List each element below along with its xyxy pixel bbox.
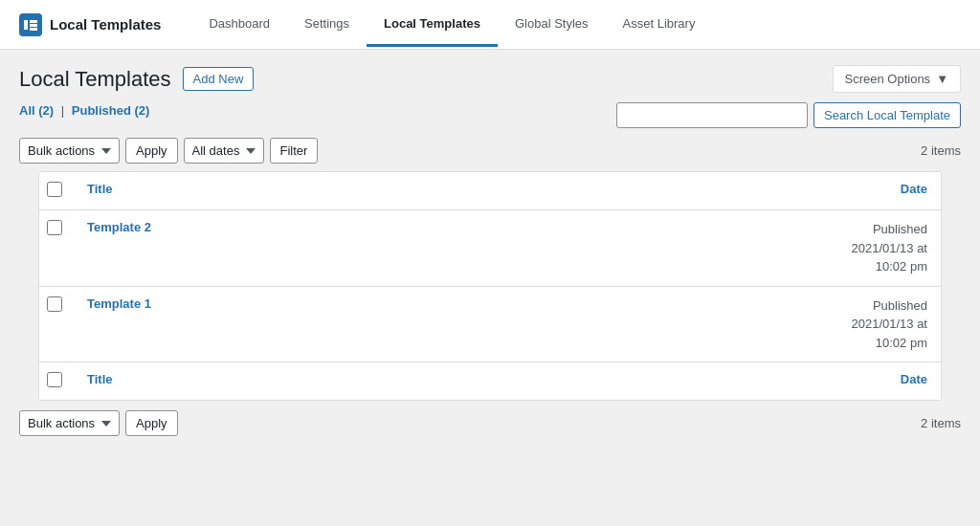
templates-table: Title Date Template 2 Published bbox=[38, 171, 942, 401]
items-count-top: 2 items bbox=[921, 143, 961, 158]
table-foot: Title Date bbox=[39, 362, 941, 401]
screen-options-button[interactable]: Screen Options ▼ bbox=[833, 65, 961, 93]
filter-separator: | bbox=[61, 103, 64, 118]
add-new-button[interactable]: Add New bbox=[183, 67, 255, 91]
search-local-template-button[interactable]: Search Local Template bbox=[813, 102, 961, 128]
page-title: Local Templates bbox=[19, 67, 171, 92]
filter-button[interactable]: Filter bbox=[270, 138, 319, 164]
row-1-date-cell: Published 2021/01/13 at 10:02 pm bbox=[788, 210, 941, 287]
select-all-checkbox[interactable] bbox=[47, 182, 62, 197]
bulk-actions-select-top[interactable]: Bulk actions bbox=[19, 138, 120, 164]
footer-select-all-checkbox[interactable] bbox=[47, 372, 62, 387]
screen-options-chevron-icon: ▼ bbox=[936, 72, 948, 86]
apply-button-bottom[interactable]: Apply bbox=[125, 410, 178, 436]
table-footer-row: Title Date bbox=[39, 362, 941, 401]
table-row: Template 1 Published 2021/01/13 at 10:02… bbox=[39, 286, 941, 362]
brand-name: Local Templates bbox=[50, 16, 161, 33]
data-table: Title Date Template 2 Published bbox=[39, 172, 941, 400]
top-navigation: Local Templates Dashboard Settings Local… bbox=[0, 0, 980, 50]
table-wrapper: Title Date Template 2 Published bbox=[0, 164, 980, 401]
template-2-link[interactable]: Template 2 bbox=[87, 220, 151, 234]
table-row: Template 2 Published 2021/01/13 at 10:02… bbox=[39, 210, 941, 287]
nav-item-asset-library[interactable]: Asset Library bbox=[606, 3, 713, 47]
filter-all-link[interactable]: All (2) bbox=[19, 103, 57, 118]
row-1-checkbox[interactable] bbox=[47, 220, 62, 235]
brand-logo: Local Templates bbox=[19, 13, 161, 36]
row-2-checkbox[interactable] bbox=[47, 296, 62, 312]
row-2-date-cell: Published 2021/01/13 at 10:02 pm bbox=[788, 286, 941, 362]
nav-item-global-styles[interactable]: Global Styles bbox=[498, 3, 606, 47]
filter-links-row: All (2) | Published (2) Search Local Tem… bbox=[19, 102, 961, 128]
nav-item-local-templates[interactable]: Local Templates bbox=[367, 3, 498, 47]
title-column-header[interactable]: Title bbox=[74, 172, 788, 210]
nav-item-settings[interactable]: Settings bbox=[287, 3, 367, 47]
dates-filter-select[interactable]: All dates bbox=[184, 138, 264, 164]
table-header-row: Title Date bbox=[39, 172, 941, 210]
screen-options-label: Screen Options bbox=[845, 72, 931, 86]
bulk-actions-select-bottom[interactable]: Bulk actions bbox=[19, 410, 120, 436]
footer-title-col[interactable]: Title bbox=[74, 362, 788, 401]
bottom-toolbar: Bulk actions Apply 2 items bbox=[0, 401, 980, 446]
nav-item-dashboard[interactable]: Dashboard bbox=[191, 3, 287, 47]
row-2-checkbox-cell bbox=[39, 286, 74, 362]
footer-date-col[interactable]: Date bbox=[788, 362, 941, 401]
row-1-checkbox-cell bbox=[39, 210, 74, 287]
apply-button-top[interactable]: Apply bbox=[125, 138, 178, 164]
date-column-header[interactable]: Date bbox=[788, 172, 941, 210]
page-title-area: Local Templates Add New bbox=[19, 67, 254, 92]
main-nav: Dashboard Settings Local Templates Globa… bbox=[191, 3, 961, 47]
filter-controls-row: Bulk actions Apply All dates Filter 2 it… bbox=[19, 138, 961, 164]
filter-published-link[interactable]: Published (2) bbox=[72, 103, 150, 118]
search-input[interactable] bbox=[616, 102, 808, 128]
row-2-title-cell: Template 1 bbox=[74, 286, 788, 362]
items-count-bottom: 2 items bbox=[921, 416, 961, 430]
filter-left-controls: Bulk actions Apply All dates Filter bbox=[19, 138, 318, 164]
search-group: Search Local Template bbox=[616, 102, 961, 128]
brand-icon bbox=[19, 13, 42, 36]
filter-section: All (2) | Published (2) Search Local Tem… bbox=[0, 93, 980, 164]
filter-links: All (2) | Published (2) bbox=[19, 103, 149, 118]
select-all-header bbox=[39, 172, 74, 210]
table-head: Title Date bbox=[39, 172, 941, 210]
table-body: Template 2 Published 2021/01/13 at 10:02… bbox=[39, 210, 941, 362]
page-header: Local Templates Add New Screen Options ▼ bbox=[0, 50, 980, 93]
template-1-link[interactable]: Template 1 bbox=[87, 296, 151, 311]
footer-check-col bbox=[39, 362, 74, 401]
row-1-title-cell: Template 2 bbox=[74, 210, 788, 287]
bottom-left-controls: Bulk actions Apply bbox=[19, 410, 178, 436]
